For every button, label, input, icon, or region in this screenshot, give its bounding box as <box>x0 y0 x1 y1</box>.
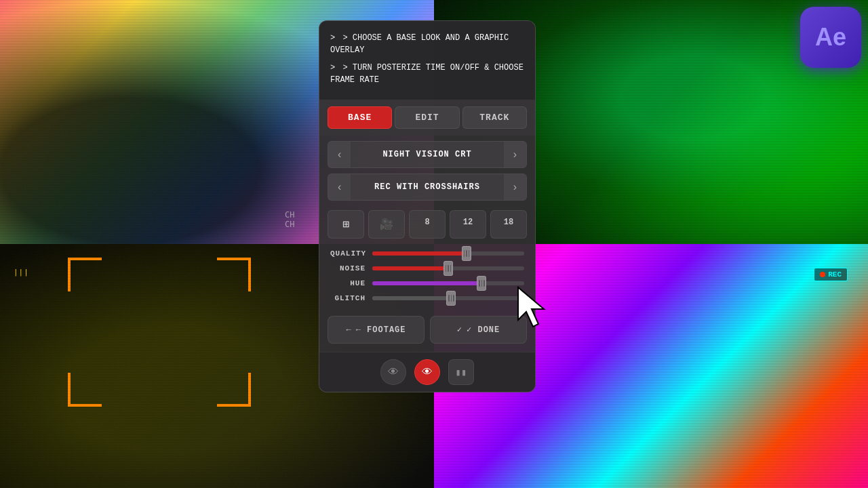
bottom-bar: 👁︎ 👁 ▮▮ <box>319 352 535 392</box>
tab-track[interactable]: TRACK <box>462 106 527 129</box>
instructions-section: > > CHOOSE A BASE LOOK AND A GRAPHIC OVE… <box>319 21 535 100</box>
done-check-icon: ✓ <box>457 325 462 335</box>
base-look-label: NIGHT VISION CRT <box>351 150 503 159</box>
rec-dot <box>820 272 825 277</box>
selector-section: ‹ NIGHT VISION CRT › ‹ REC WITH CROSSHAI… <box>319 136 535 206</box>
rec-label: REC <box>828 270 842 279</box>
framerate-12-button[interactable]: 12 <box>450 210 486 239</box>
main-panel: > > CHOOSE A BASE LOOK AND A GRAPHIC OVE… <box>319 20 536 392</box>
footage-label: ← FOOTAGE <box>356 325 406 335</box>
slider-section: QUALITY NOISE <box>319 245 535 312</box>
quality-fill <box>372 251 467 256</box>
glitch-label: GLITCH <box>330 294 366 302</box>
noise-slider[interactable] <box>372 266 524 270</box>
glitch-fill <box>372 296 451 300</box>
quality-handle[interactable] <box>462 246 471 261</box>
framerate-section: ⊞ 🎥 8 12 18 <box>319 206 535 245</box>
base-look-selector: ‹ NIGHT VISION CRT › <box>328 141 527 168</box>
overlay-next-button[interactable]: › <box>504 174 526 200</box>
eye-off-icon: 👁︎ <box>388 366 399 379</box>
glitch-handle[interactable] <box>446 291 456 306</box>
quality-slider-row: QUALITY <box>330 249 524 258</box>
footage-button[interactable]: ← ← FOOTAGE <box>328 316 425 344</box>
tab-base[interactable]: BASE <box>328 106 392 129</box>
eye-on-icon: 👁 <box>422 366 433 379</box>
preview-eye-off-button[interactable]: 👁︎ <box>380 359 406 385</box>
hue-slider[interactable] <box>372 281 524 285</box>
preview-eye-on-button[interactable]: 👁 <box>414 359 440 385</box>
arrow-icon-1: > <box>330 33 335 43</box>
skip-icon: ▮▮ <box>456 367 467 378</box>
base-look-prev-button[interactable]: ‹ <box>328 142 351 167</box>
framerate-8-button[interactable]: 8 <box>409 210 446 239</box>
battery-indicator: ||| <box>14 268 29 277</box>
footage-arrow-icon: ← <box>346 325 351 335</box>
noise-label: NOISE <box>330 264 366 272</box>
rec-indicator: REC <box>814 268 848 281</box>
glitch-slider[interactable] <box>372 296 524 300</box>
footer-buttons: ← ← FOOTAGE ✓ ✓ DONE <box>319 312 535 352</box>
ae-logo: Ae <box>800 7 861 68</box>
hue-fill <box>372 281 481 285</box>
skip-to-end-button[interactable]: ▮▮ <box>448 359 474 385</box>
instruction-line-1: > > CHOOSE A BASE LOOK AND A GRAPHIC OVE… <box>330 32 524 56</box>
glitch-slider-row: GLITCH <box>330 294 524 302</box>
framerate-18-button[interactable]: 18 <box>490 210 527 239</box>
done-button[interactable]: ✓ ✓ DONE <box>430 316 527 344</box>
arrow-icon-2: > <box>330 63 335 73</box>
quality-slider[interactable] <box>372 251 524 256</box>
quality-label: QUALITY <box>330 249 366 258</box>
hue-slider-row: HUE <box>330 279 524 287</box>
ch-label: CHCH <box>285 210 294 229</box>
base-look-next-button[interactable]: › <box>504 142 526 167</box>
tab-bar: BASE EDIT TRACK <box>319 100 535 136</box>
noise-handle[interactable] <box>443 261 453 276</box>
noise-slider-row: NOISE <box>330 264 524 272</box>
overlay-selector: ‹ REC WITH CROSSHAIRS › <box>328 174 527 201</box>
framerate-camera-button[interactable]: 🎥 <box>368 210 405 239</box>
instruction-line-2: > > TURN POSTERIZE TIME ON/OFF & CHOOSE … <box>330 62 524 86</box>
hue-handle[interactable] <box>477 276 486 291</box>
overlay-label: REC WITH CROSSHAIRS <box>351 182 503 192</box>
framerate-grid-button[interactable]: ⊞ <box>328 210 364 239</box>
tab-edit[interactable]: EDIT <box>395 106 459 129</box>
overlay-prev-button[interactable]: ‹ <box>328 174 351 200</box>
noise-fill <box>372 266 448 270</box>
done-label: ✓ DONE <box>467 325 500 335</box>
hue-label: HUE <box>330 279 366 287</box>
